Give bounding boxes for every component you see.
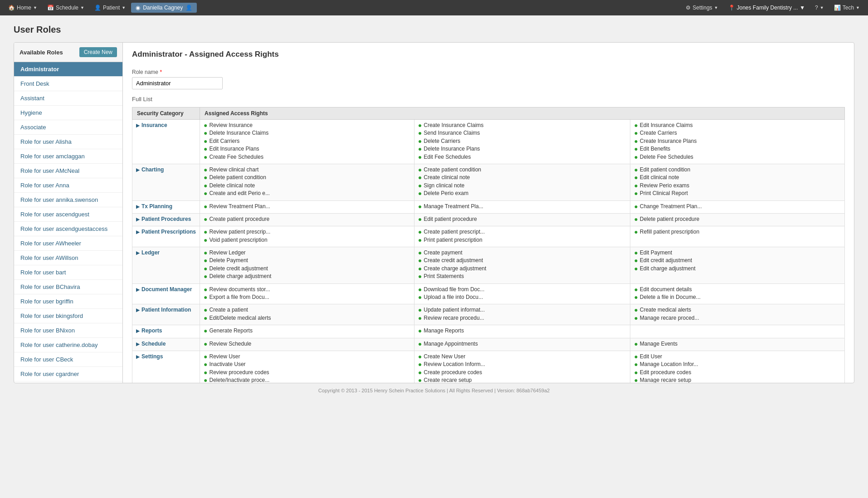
- right-dot-icon: ●: [204, 146, 207, 152]
- category-cell-charting[interactable]: ▶Charting: [132, 164, 200, 200]
- right-dot-icon: ●: [634, 369, 638, 376]
- role-item-hygiene[interactable]: Hygiene: [14, 106, 122, 120]
- role-item-bchavira[interactable]: Role for user BChavira: [14, 280, 122, 294]
- rights-col-3: ●Edit document details●Delete a file in …: [630, 283, 845, 304]
- tech-nav[interactable]: 📊 Tech ▼: [829, 3, 864, 13]
- patient-bar[interactable]: ◉ Daniella Cagney 👤: [131, 3, 197, 13]
- right-item: ●Refill patient prescription: [634, 229, 841, 235]
- right-item: ●Edit patient procedure: [418, 216, 627, 223]
- role-item-amclaggan[interactable]: Role for user amclaggan: [14, 149, 122, 164]
- category-cell-tx-planning[interactable]: ▶Tx Planning: [132, 200, 200, 213]
- right-dot-icon: ●: [418, 353, 422, 360]
- right-item: ●Create charge adjustment: [418, 265, 627, 272]
- main-layout: Available Roles Create New Administrator…: [14, 42, 854, 383]
- right-dot-icon: ●: [634, 377, 638, 383]
- expand-arrow-icon: ▶: [136, 287, 140, 292]
- roles-list: AdministratorFront DeskAssistantHygieneA…: [14, 62, 122, 383]
- role-item-ascendguestaccess[interactable]: Role for user ascendguestaccess: [14, 222, 122, 236]
- help-nav[interactable]: ? ▼: [810, 3, 829, 13]
- category-cell-patient-information[interactable]: ▶Patient Information: [132, 304, 200, 325]
- settings-icon: ⚙: [686, 5, 691, 11]
- role-item-bnixon[interactable]: Role for user BNixon: [14, 323, 122, 338]
- role-item-awheeler[interactable]: Role for user AWheeler: [14, 236, 122, 251]
- category-cell-patient-prescriptions[interactable]: ▶Patient Prescriptions: [132, 226, 200, 247]
- patient-nav[interactable]: 👤 Patient ▼: [90, 3, 130, 13]
- right-dot-icon: ●: [634, 122, 638, 129]
- col-rights: Assigned Access Rights: [200, 107, 845, 120]
- right-item: ●Create procedure codes: [418, 369, 627, 376]
- right-item: ●Edit patient condition: [634, 166, 841, 173]
- settings-nav[interactable]: ⚙ Settings ▼: [681, 3, 722, 13]
- right-dot-icon: ●: [204, 341, 207, 347]
- right-dot-icon: ●: [634, 249, 638, 256]
- category-cell-insurance[interactable]: ▶Insurance: [132, 120, 200, 164]
- role-item-bgriffin[interactable]: Role for user bgriffin: [14, 294, 122, 309]
- right-dot-icon: ●: [634, 166, 638, 173]
- right-item: ●Review clinical chart: [204, 166, 410, 173]
- role-item-cheninger[interactable]: Role for user CHedinger: [14, 381, 122, 383]
- role-item-awillson[interactable]: Role for user AWillson: [14, 251, 122, 265]
- right-item: ●Export a file from Docu...: [204, 294, 410, 301]
- right-dot-icon: ●: [418, 369, 422, 376]
- role-item-bkingsford[interactable]: Role for user bkingsford: [14, 309, 122, 323]
- home-nav[interactable]: 🏠 Home ▼: [4, 3, 42, 13]
- role-item-ascendguest[interactable]: Role for user ascendguest: [14, 207, 122, 222]
- role-item-assistant[interactable]: Assistant: [14, 91, 122, 106]
- top-navigation: 🏠 Home ▼ 📅 Schedule ▼ 👤 Patient ▼ ◉ Dani…: [0, 0, 868, 15]
- right-item: ●Review Schedule: [204, 341, 410, 347]
- right-item: ●Review Ledger: [204, 249, 410, 256]
- location-nav[interactable]: 📍 Jones Family Dentistry ... ▼: [724, 3, 810, 13]
- access-table: Security Category Assigned Access Rights…: [132, 107, 845, 383]
- schedule-nav[interactable]: 📅 Schedule ▼: [43, 3, 89, 13]
- right-dot-icon: ●: [204, 286, 207, 293]
- role-item-front-desk[interactable]: Front Desk: [14, 77, 122, 91]
- required-star: *: [160, 69, 162, 75]
- role-item-cgardner[interactable]: Role for user cgardner: [14, 367, 122, 381]
- expand-arrow-icon: ▶: [136, 328, 140, 333]
- sidebar-header-title: Available Roles: [20, 49, 63, 56]
- right-item: ●Manage recare setup: [634, 377, 841, 383]
- page-container: User Roles Available Roles Create New Ad…: [0, 15, 868, 498]
- content-title: Administrator - Assigned Access Rights: [132, 50, 845, 63]
- rights-col-1: ●Create patient procedure: [200, 213, 414, 226]
- right-dot-icon: ●: [634, 190, 638, 197]
- create-new-button[interactable]: Create New: [79, 47, 117, 57]
- right-dot-icon: ●: [634, 182, 638, 189]
- right-dot-icon: ●: [204, 229, 207, 235]
- role-name-input[interactable]: [132, 77, 223, 89]
- right-item: ●Manage Location Infor...: [634, 361, 841, 368]
- right-item: ●Print patient prescription: [418, 237, 627, 244]
- category-cell-reports[interactable]: ▶Reports: [132, 325, 200, 338]
- right-item: ●Edit Insurance Claims: [634, 122, 841, 129]
- role-item-anna[interactable]: Role for user Anna: [14, 178, 122, 193]
- category-cell-document-manager[interactable]: ▶Document Manager: [132, 283, 200, 304]
- tech-icon: 📊: [834, 5, 841, 11]
- right-dot-icon: ●: [204, 130, 207, 137]
- right-item: ●Edit document details: [634, 286, 841, 293]
- category-cell-settings[interactable]: ▶Settings: [132, 351, 200, 383]
- expand-arrow-icon: ▶: [136, 217, 140, 222]
- right-dot-icon: ●: [634, 130, 638, 137]
- role-item-cbeck[interactable]: Role for user CBeck: [14, 352, 122, 367]
- right-item: ●Manage Events: [634, 341, 841, 347]
- category-cell-ledger[interactable]: ▶Ledger: [132, 247, 200, 284]
- schedule-caret-icon: ▼: [80, 5, 84, 10]
- right-item: ●Review Insurance: [204, 122, 410, 129]
- right-item: ●Review recare procedu...: [418, 315, 627, 322]
- right-item: ●Change Treatment Plan...: [634, 203, 841, 210]
- role-item-alisha[interactable]: Role for user Alisha: [14, 135, 122, 149]
- role-item-administrator[interactable]: Administrator: [14, 62, 122, 77]
- tech-label: Tech: [843, 5, 854, 11]
- expand-arrow-icon: ▶: [136, 250, 140, 255]
- right-item: ●Review Location Inform...: [418, 361, 627, 368]
- right-item: ●Edit Carriers: [204, 138, 410, 145]
- role-item-annika[interactable]: Role for user annika.swenson: [14, 193, 122, 207]
- right-dot-icon: ●: [418, 216, 422, 223]
- rights-col-3: ●Delete patient procedure: [630, 213, 845, 226]
- category-cell-schedule[interactable]: ▶Schedule: [132, 338, 200, 351]
- role-item-catherine[interactable]: Role for user catherine.dobay: [14, 338, 122, 352]
- role-item-amcneal[interactable]: Role for user AMcNeal: [14, 164, 122, 178]
- category-cell-patient-procedures[interactable]: ▶Patient Procedures: [132, 213, 200, 226]
- role-item-bart[interactable]: Role for user bart: [14, 265, 122, 280]
- role-item-associate[interactable]: Associate: [14, 120, 122, 135]
